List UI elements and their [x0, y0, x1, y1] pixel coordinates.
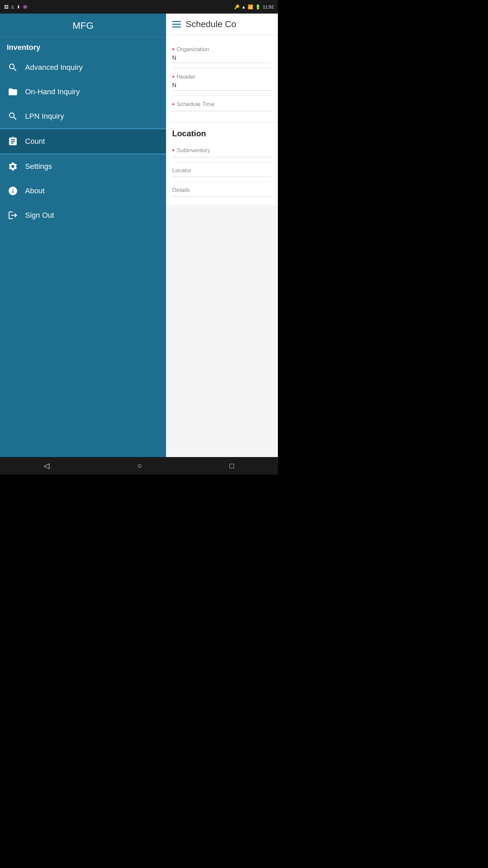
status-icons-right: 🔑 ▲ 📶 🔋 11:52	[234, 4, 274, 9]
door-icon	[7, 209, 19, 221]
battery-icon: 🔋	[255, 4, 261, 9]
home-button[interactable]: ○	[129, 459, 150, 473]
location-section-header: Location	[166, 123, 278, 142]
organization-value: N	[172, 55, 272, 63]
subinventory-label: Subinventory	[172, 146, 272, 154]
bottom-navigation: ◁ ○ □	[0, 457, 278, 475]
subinventory-field[interactable]: Subinventory	[172, 142, 272, 162]
signal-icon: 📶	[248, 4, 253, 9]
settings-label: Settings	[25, 162, 52, 171]
clipboard-icon	[7, 135, 19, 147]
location-section: Subinventory Locator Details	[166, 142, 278, 205]
search-icon-lpn	[7, 110, 19, 122]
clock: 11:52	[263, 4, 274, 9]
subinventory-value	[172, 156, 272, 157]
schedule-time-label: Schedule Time	[172, 100, 272, 108]
sidebar-item-sign-out[interactable]: Sign Out	[0, 203, 166, 228]
about-label: About	[25, 186, 45, 195]
app-name: MFG	[0, 14, 166, 37]
right-panel: Schedule Co Organization N Header N Sche…	[166, 14, 278, 457]
sidebar-item-about[interactable]: About	[0, 179, 166, 203]
folder-icon	[7, 86, 19, 98]
download-icon: ⬇	[17, 4, 20, 9]
lpn-inquiry-label: LPN Inquiry	[25, 112, 64, 121]
organization-label: Organization	[172, 45, 272, 53]
details-label: Details	[172, 187, 272, 194]
image-icon: 🖼	[4, 4, 8, 9]
header-value: N	[172, 82, 272, 91]
key-icon: 🔑	[234, 4, 240, 9]
details-field[interactable]: Details	[172, 182, 272, 201]
sign-out-label: Sign Out	[25, 211, 54, 220]
organization-field[interactable]: Organization N	[172, 41, 272, 68]
recent-apps-button[interactable]: □	[221, 459, 242, 473]
count-label: Count	[25, 137, 45, 146]
wifi-icon: ▲	[242, 4, 246, 9]
info-icon	[7, 185, 19, 197]
gear-icon	[7, 160, 19, 173]
search-icon-advanced	[7, 61, 19, 74]
header-field[interactable]: Header N	[172, 68, 272, 96]
sidebar-section-title: Inventory	[0, 37, 166, 55]
warning-icon: ⚠	[11, 4, 15, 9]
right-panel-header: Schedule Co	[166, 14, 278, 35]
back-button[interactable]: ◁	[36, 459, 58, 473]
advanced-inquiry-label: Advanced Inquiry	[25, 63, 83, 72]
status-bar: 🖼 ⚠ ⬇ 👾 🔑 ▲ 📶 🔋 11:52	[0, 0, 278, 14]
locator-label: Locator	[172, 167, 272, 174]
form-section: Organization N Header N Schedule Time	[166, 35, 278, 121]
schedule-time-field[interactable]: Schedule Time	[172, 96, 272, 116]
schedule-time-value	[172, 110, 272, 111]
ghost-icon: 👾	[22, 4, 28, 9]
header-label: Header	[172, 73, 272, 81]
sidebar: MFG Inventory Advanced Inquiry On-Hand I…	[0, 14, 166, 457]
hamburger-menu-button[interactable]	[172, 21, 181, 27]
sidebar-item-advanced-inquiry[interactable]: Advanced Inquiry	[0, 55, 166, 80]
sidebar-item-count[interactable]: Count	[0, 129, 166, 154]
page-title: Schedule Co	[186, 19, 236, 29]
sidebar-item-lpn-inquiry[interactable]: LPN Inquiry	[0, 104, 166, 129]
locator-value	[172, 175, 272, 177]
locator-field[interactable]: Locator	[172, 162, 272, 182]
status-icons-left: 🖼 ⚠ ⬇ 👾	[4, 4, 28, 9]
sidebar-item-settings[interactable]: Settings	[0, 154, 166, 179]
details-value	[172, 195, 272, 197]
sidebar-item-on-hand-inquiry[interactable]: On-Hand Inquiry	[0, 80, 166, 104]
on-hand-inquiry-label: On-Hand Inquiry	[25, 87, 80, 96]
main-container: MFG Inventory Advanced Inquiry On-Hand I…	[0, 14, 278, 457]
